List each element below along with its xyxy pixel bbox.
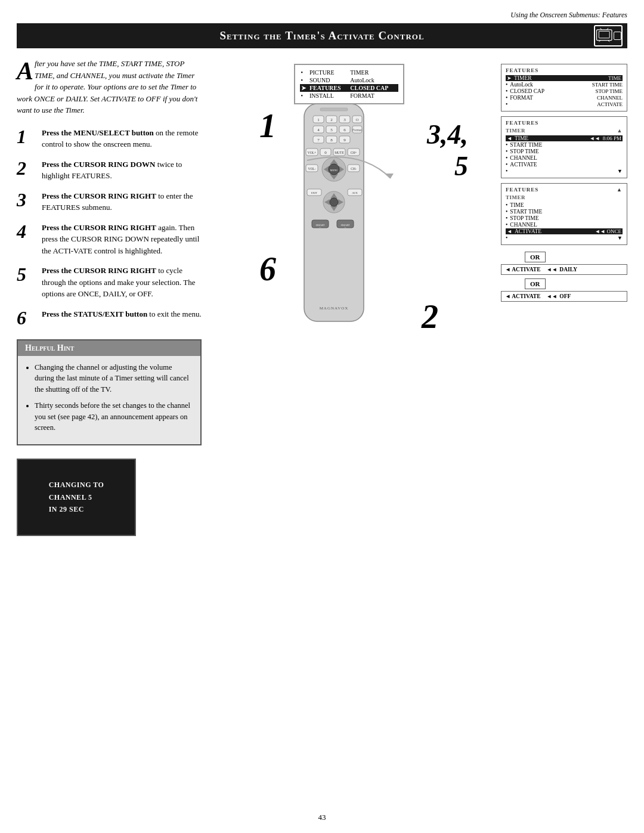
step-1-bold: Press the MENU/SELECT button (42, 128, 154, 137)
step-1: 1 Press the MENU/SELECT button on the re… (17, 127, 202, 150)
channel-announcement-box: CHANGING TO CHANNEL 5 IN 29 SEC (17, 459, 136, 536)
feat1-empty: • ACTIVATE (506, 101, 623, 107)
header-text: Using the Onscreen Submenus: Features (510, 11, 627, 19)
feat1-closedcap: • CLOSED CAP STOP TIME (506, 88, 623, 94)
tv-icon-svg (595, 25, 614, 47)
step-4-content: Press the CURSOR RING RIGHT again. Then … (42, 222, 202, 257)
menu-screen: • PICTURE TIMER • SOUND AutoLock ➤ FEATU… (294, 64, 404, 104)
menu-bullet-4: • (300, 92, 308, 100)
page-header: Using the Onscreen Submenus: Features (0, 0, 644, 23)
activate-label-off: ◄ ACTIVATE (505, 293, 540, 299)
activate-label-daily: ◄ ACTIVATE (505, 267, 540, 272)
svg-text:Format: Format (352, 128, 362, 132)
activate-value-daily: DAILY (559, 267, 577, 272)
step-6-bold: Press the STATUS/EXIT button (42, 309, 147, 318)
menu-label-features: FEATURES (308, 84, 349, 92)
menu-label-picture: PICTURE (308, 69, 349, 76)
helpful-hint-box: Helpful Hint Changing the channel or adj… (17, 339, 202, 446)
step-6: 6 Press the STATUS/EXIT button to exit t… (17, 308, 202, 327)
menu-label-install: INSTALL (308, 92, 349, 100)
float-number-1: 1 (259, 107, 276, 145)
float-number-6: 6 (259, 250, 276, 288)
step-6-content: Press the STATUS/EXIT button to exit the… (42, 308, 202, 320)
step-1-number: 1 (17, 127, 36, 146)
menu-value-closedcap: CLOSED CAP (349, 84, 398, 92)
menu-row-features: ➤ FEATURES CLOSED CAP (300, 84, 398, 92)
feat3-channel: • CHANNEL (506, 222, 623, 228)
step-1-content: Press the MENU/SELECT button on the remo… (42, 127, 202, 150)
hint-title-text: Helpful Hint (25, 343, 75, 352)
remote-svg: 1 2 3 O 4 5 6 Format (295, 101, 373, 327)
or-label-2: OR (525, 278, 546, 289)
svg-text:7: 7 (317, 138, 320, 143)
menu-label-sound: SOUND (308, 76, 349, 84)
step-5: 5 Press the CURSOR RING RIGHT to cycle t… (17, 265, 202, 300)
feat3-starttime: • START TIME (506, 209, 623, 215)
menu-row-install: • INSTALL FORMAT (300, 92, 398, 100)
page-number: 43 (318, 813, 326, 822)
step-6-text: to exit the menu. (149, 309, 201, 318)
channel-line-3: IN 29 SEC (49, 503, 104, 515)
svg-text:5: 5 (330, 128, 333, 132)
activate-arrows-daily: ◄◄ (546, 267, 557, 272)
remote-diagram-area: 1 3,4, 5 6 2 1 2 3 (265, 101, 432, 363)
svg-text:VOL+: VOL+ (308, 151, 316, 154)
step-3-bold: Press the CURSOR RING RIGHT (42, 191, 156, 200)
page-title: Setting the Timer's Activate Control (219, 29, 424, 42)
menu-row-sound: • SOUND AutoLock (300, 76, 398, 84)
step-6-number: 6 (17, 308, 36, 327)
features-box-2: FEATURES TIMER ▲ ◄ TIME ◄◄ 8:06 PM • STA… (501, 116, 627, 178)
svg-text:2: 2 (330, 117, 333, 122)
svg-text:CH-: CH- (351, 167, 357, 171)
feat2-empty: • ▼ (506, 168, 623, 174)
activate-value-off: OFF (559, 293, 571, 299)
hint-title: Helpful Hint (18, 340, 200, 356)
feat1-timer-row: ➤ TIMER TIME (506, 75, 623, 81)
activate-daily-row: ◄ ACTIVATE ◄◄ DAILY (501, 264, 627, 275)
svg-text:3: 3 (343, 117, 346, 122)
menu-value-autolock: AutoLock (349, 76, 398, 84)
svg-point-58 (330, 198, 338, 206)
activate-arrows-off: ◄◄ (546, 293, 557, 299)
feat2-channel: • CHANNEL (506, 155, 623, 161)
channel-line-2: CHANNEL 5 (49, 491, 104, 503)
features-box-1: FEATURES ➤ TIMER TIME • AutoLock START T… (501, 64, 627, 112)
step-3-number: 3 (17, 190, 36, 209)
menu-value-format: FORMAT (349, 92, 398, 100)
main-content: After you have set the TIME, START TIME,… (17, 48, 627, 536)
feat1-timer-label: TIMER (514, 75, 532, 81)
drop-cap: A (17, 61, 33, 82)
activate-off-row: ◄ ACTIVATE ◄◄ OFF (501, 291, 627, 302)
svg-text:O: O (355, 117, 358, 122)
feat2-submenu: TIMER ▲ (506, 128, 623, 134)
feat3-empty: • ▼ (506, 235, 623, 241)
feat3-time: • TIME (506, 202, 623, 208)
or-daily-section: OR ◄ ACTIVATE ◄◄ DAILY OR ◄ ACTIVATE ◄◄ … (501, 250, 627, 302)
menu-bullet-3: ➤ (300, 84, 308, 92)
svg-text:0: 0 (324, 150, 327, 155)
feat3-activate-row: ◄ ACTIVATE ◄◄ ONCE (506, 228, 623, 234)
svg-text:6: 6 (343, 128, 346, 132)
features-box-3: FEATURES ▲ TIMER • TIME • START TIME • S… (501, 183, 627, 245)
intro-body: fter you have set the TIME, START TIME, … (17, 59, 197, 114)
feat3-submenu: TIMER (506, 194, 623, 200)
feat1-label: FEATURES (506, 67, 623, 73)
float-number-3-4-5: 3,4, 5 (427, 119, 468, 182)
svg-text:1: 1 (317, 117, 320, 122)
step-4-bold: Press the CURSOR RING RIGHT (42, 223, 156, 232)
feat2-stoptime: • STOP TIME (506, 148, 623, 154)
step-5-number: 5 (17, 265, 36, 284)
feat2-activate: • ACTIVATE (506, 162, 623, 168)
step-2: 2 Press the CURSOR RING DOWN twice to hi… (17, 159, 202, 182)
step-4: 4 Press the CURSOR RING RIGHT again. The… (17, 222, 202, 257)
step-3: 3 Press the CURSOR RING RIGHT to enter t… (17, 190, 202, 213)
svg-text:MUTE: MUTE (335, 151, 344, 154)
svg-rect-1 (599, 31, 609, 38)
feat3-stoptime: • STOP TIME (506, 215, 623, 221)
intro-text: After you have set the TIME, START TIME,… (17, 58, 202, 116)
step-5-content: Press the CURSOR RING RIGHT to cycle thr… (42, 265, 202, 300)
feat1-timer-arrow: ➤ (507, 75, 512, 81)
feat1-format: • FORMAT CHANNEL (506, 95, 623, 101)
hint-item-1: Changing the channel or adjusting the vo… (35, 362, 193, 395)
svg-text:②: ② (344, 227, 346, 230)
